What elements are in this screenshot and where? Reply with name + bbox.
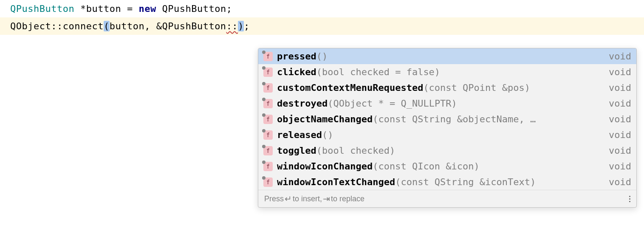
code-editor[interactable]: QPushButton *button = new QPushButton; Q… (0, 0, 644, 35)
connect-token: connect (63, 21, 104, 31)
completion-text: pressed()void (277, 51, 631, 62)
completion-return-type: void (602, 51, 631, 62)
rparen-token: ) (238, 21, 244, 31)
completion-text: toggled(bool checked)void (277, 145, 631, 156)
completion-return-type: void (602, 67, 631, 77)
completion-return-type: void (602, 114, 631, 124)
tab-key-icon: ⇥ (323, 194, 330, 204)
completion-popup[interactable]: fpressed()voidfclicked(bool checked = fa… (258, 48, 637, 208)
code-line-2[interactable]: QObject::connect(button, &QPushButton::)… (0, 17, 644, 35)
completion-params: (const QString &iconText) (395, 177, 536, 187)
completion-text: released()void (277, 130, 631, 140)
obj-token: QObject (10, 21, 51, 31)
completion-params: (bool checked = false) (316, 67, 440, 77)
completion-text: clicked(bool checked = false)void (277, 67, 631, 77)
function-icon: f (263, 130, 273, 140)
amp-token: & (156, 21, 162, 31)
completion-name: toggled (277, 145, 316, 156)
function-icon: f (263, 83, 273, 93)
arg-token: button (110, 21, 144, 31)
completion-item[interactable]: fobjectNameChanged(const QString &object… (258, 111, 636, 127)
completion-text: objectNameChanged(const QString &objectN… (277, 114, 631, 124)
completion-return-type: void (602, 177, 631, 187)
completion-text: windowIconChanged(const QIcon &icon)void (277, 161, 631, 172)
footer-text: Press (264, 194, 284, 203)
function-icon: f (263, 178, 273, 187)
completion-item[interactable]: fclicked(bool checked = false)void (258, 64, 636, 80)
completion-name: objectNameChanged (277, 114, 373, 124)
completion-return-type: void (602, 98, 631, 109)
completion-return-type: void (602, 145, 631, 156)
scope-token: :: (51, 21, 63, 31)
completion-name: windowIconTextChanged (277, 177, 395, 187)
footer-text: to insert, (293, 194, 322, 203)
completion-name: released (277, 130, 322, 140)
completion-params: (QObject * = Q_NULLPTR) (328, 98, 457, 109)
completion-item[interactable]: freleased()void (258, 127, 636, 143)
completion-name: customContextMenuRequested (277, 82, 423, 93)
completion-text: windowIconTextChanged(const QString &ico… (277, 177, 631, 187)
footer-text: to replace (331, 194, 364, 203)
completion-item[interactable]: fcustomContextMenuRequested(const QPoint… (258, 80, 636, 96)
more-options-icon[interactable] (628, 195, 631, 203)
function-icon: f (263, 68, 273, 77)
completion-return-type: void (602, 82, 631, 93)
completion-text: destroyed(QObject * = Q_NULLPTR)void (277, 98, 631, 109)
function-icon: f (263, 52, 273, 61)
eq-token: = (121, 3, 138, 14)
completion-text: customContextMenuRequested(const QPoint … (277, 82, 631, 93)
code-line-1[interactable]: QPushButton *button = new QPushButton; (0, 0, 644, 17)
completion-return-type: void (602, 161, 631, 172)
completion-list: fpressed()voidfclicked(bool checked = fa… (258, 48, 636, 190)
semicolon-token: ; (226, 3, 232, 14)
completion-item[interactable]: fdestroyed(QObject * = Q_NULLPTR)void (258, 96, 636, 111)
completion-params: (const QIcon &icon) (373, 161, 480, 172)
footer-hint: Press ↵ to insert, ⇥ to replace (264, 194, 364, 204)
var-token: button (86, 3, 121, 14)
completion-footer: Press ↵ to insert, ⇥ to replace (258, 190, 636, 207)
completion-item[interactable]: fwindowIconTextChanged(const QString &ic… (258, 174, 636, 190)
completion-name: windowIconChanged (277, 161, 373, 172)
type-token: QPushButton (162, 21, 226, 31)
completion-name: pressed (277, 51, 316, 62)
star-token: * (74, 3, 86, 14)
comma-token: , (144, 21, 156, 31)
function-icon: f (263, 146, 273, 155)
type-token: QPushButton (10, 3, 74, 14)
enter-key-icon: ↵ (285, 194, 292, 204)
semicolon-token: ; (244, 21, 250, 31)
completion-params: () (322, 130, 333, 140)
completion-item[interactable]: fpressed()void (258, 48, 636, 64)
completion-name: clicked (277, 67, 316, 77)
function-icon: f (263, 162, 273, 171)
new-keyword: new (138, 3, 156, 14)
function-icon: f (263, 99, 273, 108)
completion-params: () (316, 51, 328, 62)
lparen-token: ( (104, 21, 110, 31)
completion-item[interactable]: ftoggled(bool checked)void (258, 143, 636, 158)
completion-params: (const QPoint &pos) (423, 82, 530, 93)
completion-params: (bool checked) (316, 145, 395, 156)
completion-params: (const QString &objectName, … (373, 114, 536, 124)
function-icon: f (263, 115, 273, 124)
type-token: QPushButton (156, 3, 226, 14)
completion-name: destroyed (277, 98, 328, 109)
scope-token: :: (226, 21, 238, 31)
completion-return-type: void (602, 130, 631, 140)
completion-item[interactable]: fwindowIconChanged(const QIcon &icon)voi… (258, 158, 636, 174)
